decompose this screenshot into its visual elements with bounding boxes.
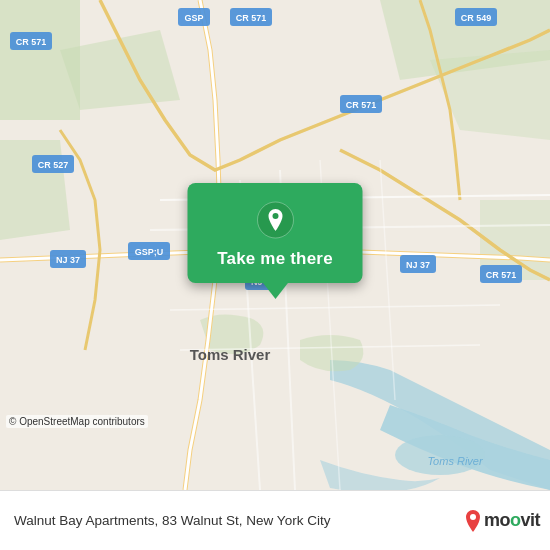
svg-text:CR 527: CR 527: [38, 160, 69, 170]
moovit-logo-text: moovit: [484, 510, 540, 531]
svg-text:Toms River: Toms River: [427, 455, 484, 467]
app-container: CR 571 GSP CR 549 CR 527 CR 571 NJ 37 GS…: [0, 0, 550, 550]
svg-text:GSP: GSP: [184, 13, 203, 23]
svg-point-28: [272, 213, 278, 219]
location-pin-icon: [256, 201, 294, 239]
svg-point-29: [470, 514, 476, 520]
popup-bubble: Take me there: [188, 183, 363, 283]
svg-text:NJ 37: NJ 37: [56, 255, 80, 265]
svg-text:CR 571: CR 571: [346, 100, 377, 110]
footer-bar: Walnut Bay Apartments, 83 Walnut St, New…: [0, 490, 550, 550]
moovit-pin-icon: [464, 510, 482, 532]
popup-overlay: Take me there: [188, 183, 363, 283]
osm-credit: © OpenStreetMap contributors: [6, 415, 148, 428]
svg-text:CR 549: CR 549: [461, 13, 492, 23]
svg-text:GSP;U: GSP;U: [135, 247, 164, 257]
take-me-there-button[interactable]: Take me there: [217, 249, 333, 269]
moovit-logo: moovit: [464, 510, 540, 532]
address-text: Walnut Bay Apartments, 83 Walnut St, New…: [14, 513, 464, 528]
map-area: CR 571 GSP CR 549 CR 527 CR 571 NJ 37 GS…: [0, 0, 550, 490]
svg-text:CR 571: CR 571: [236, 13, 267, 23]
svg-text:Toms River: Toms River: [190, 346, 271, 363]
svg-text:CR 571: CR 571: [16, 37, 47, 47]
take-me-there-label: Take me there: [217, 249, 333, 268]
svg-text:NJ 37: NJ 37: [406, 260, 430, 270]
svg-text:CR 571: CR 571: [486, 270, 517, 280]
